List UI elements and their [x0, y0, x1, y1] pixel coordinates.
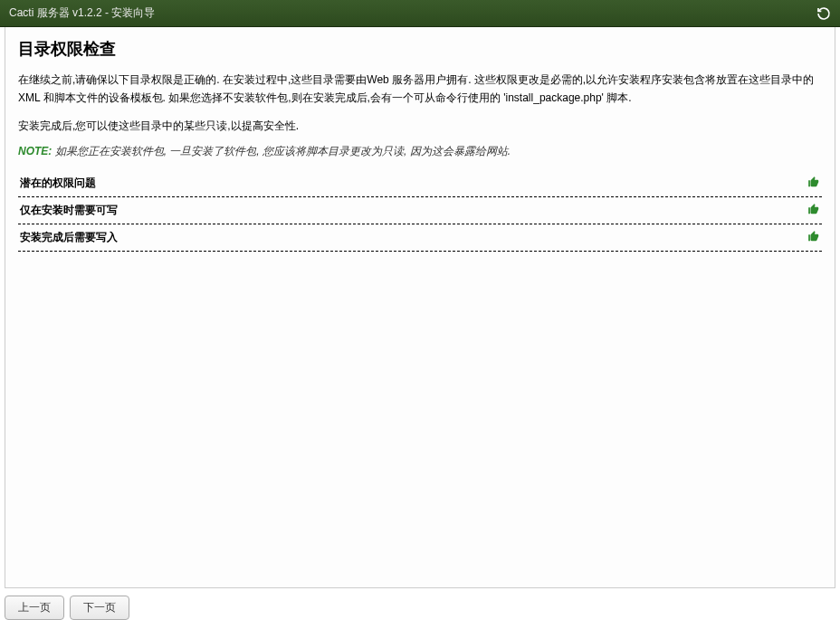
content-area: 目录权限检查 在继续之前,请确保以下目录权限是正确的. 在安装过程中,这些目录需… — [5, 27, 835, 588]
next-button[interactable]: 下一页 — [70, 596, 129, 620]
window-title: Cacti 服务器 v1.2.2 - 安装向导 — [9, 5, 155, 21]
section-label: 安装完成后需要写入 — [20, 230, 118, 245]
thumbs-up-icon — [807, 230, 820, 245]
note-line: NOTE: 如果您正在安装软件包, 一旦安装了软件包, 您应该将脚本目录更改为只… — [18, 144, 822, 159]
section-label: 潜在的权限问题 — [20, 176, 96, 191]
note-text: 如果您正在安装软件包, 一旦安装了软件包, 您应该将脚本目录更改为只读, 因为这… — [55, 145, 511, 157]
install-wizard-window: Cacti 服务器 v1.2.2 - 安装向导 目录权限检查 在继续之前,请确保… — [0, 0, 840, 629]
page-title: 目录权限检查 — [18, 38, 822, 60]
section-label: 仅在安装时需要可写 — [20, 203, 118, 218]
section-row[interactable]: 潜在的权限问题 — [18, 170, 822, 197]
refresh-icon[interactable] — [816, 6, 831, 21]
section-row[interactable]: 仅在安装时需要可写 — [18, 197, 822, 224]
footer-nav: 上一页 下一页 — [5, 596, 835, 620]
description-paragraph-2: 安装完成后,您可以使这些目录中的某些只读,以提高安全性. — [18, 117, 822, 135]
thumbs-up-icon — [807, 176, 820, 191]
prev-button[interactable]: 上一页 — [5, 596, 64, 620]
window-header: Cacti 服务器 v1.2.2 - 安装向导 — [0, 0, 840, 27]
thumbs-up-icon — [807, 203, 820, 218]
description-paragraph-1: 在继续之前,请确保以下目录权限是正确的. 在安装过程中,这些目录需要由Web 服… — [18, 71, 822, 108]
section-row[interactable]: 安装完成后需要写入 — [18, 224, 822, 252]
note-label: NOTE: — [18, 145, 52, 157]
